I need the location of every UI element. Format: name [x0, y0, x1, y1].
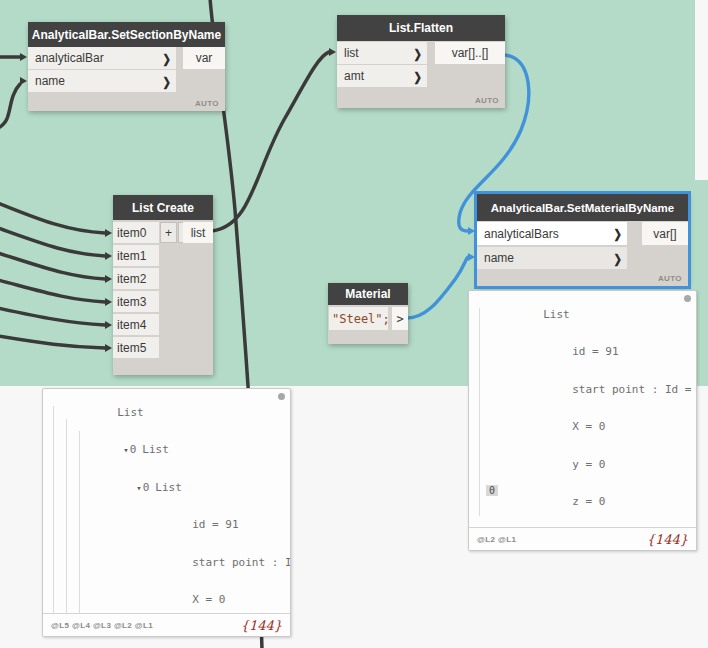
port-label: item1: [117, 249, 146, 263]
input-port-amt[interactable]: amt ❯: [337, 65, 427, 87]
output-port-var[interactable]: var[]: [642, 222, 688, 245]
level-tags[interactable]: @L2 @L1: [477, 535, 516, 544]
port-label: item4: [117, 318, 146, 332]
code-block-input[interactable]: "Steel";: [329, 307, 388, 330]
port-label: analyticalBar: [35, 51, 104, 65]
input-port-item3[interactable]: item3: [113, 291, 159, 312]
node-set-section-by-name[interactable]: AnalyticalBar.SetSectionByName analytica…: [28, 22, 225, 111]
port-label: name: [35, 74, 65, 88]
expander-icon[interactable]: ▾: [123, 445, 128, 455]
wire[interactable]: [0, 280, 105, 302]
node-title[interactable]: AnalyticalBar.SetMaterialByName: [477, 194, 688, 221]
node-title[interactable]: Material: [328, 283, 408, 305]
input-port-analyticalBar[interactable]: analyticalBar ❯: [28, 47, 176, 69]
list-item: List: [43, 394, 290, 432]
node-title[interactable]: List.Flatten: [337, 15, 505, 41]
wire-arrow: [105, 252, 112, 260]
wire-selected[interactable]: [404, 257, 468, 318]
preview-bubble-right[interactable]: List id = 91 start point : Id = 92 X = 0…: [468, 290, 697, 551]
port-label: item5: [117, 341, 146, 355]
port-label: analyticalBars: [484, 227, 559, 241]
list-item: ▾0List: [43, 469, 290, 507]
list-item: id = 91: [469, 334, 696, 372]
list-item: start point : Id = 92: [43, 544, 290, 582]
input-port-item1[interactable]: item1: [113, 245, 159, 266]
port-label: item0: [117, 226, 146, 240]
wire-arrow: [105, 344, 112, 352]
list-item: List: [469, 296, 696, 334]
input-port-item5[interactable]: item5: [113, 337, 159, 358]
input-port-name[interactable]: name ❯: [477, 247, 627, 269]
wire-arrow: [329, 48, 336, 56]
chevron-right-icon: ❯: [163, 74, 171, 87]
list-item: y = 0: [469, 446, 696, 484]
item-count: {144}: [647, 532, 688, 547]
input-port-list[interactable]: list ❯: [337, 42, 427, 64]
list-item: ▾0List: [43, 432, 290, 470]
wire-arrow: [20, 53, 27, 61]
port-label: amt: [344, 69, 364, 83]
port-label: list: [344, 46, 359, 60]
wire[interactable]: [0, 253, 105, 279]
node-title[interactable]: AnalyticalBar.SetSectionByName: [28, 22, 225, 47]
output-port[interactable]: >: [392, 307, 408, 330]
port-label: item2: [117, 272, 146, 286]
item-count: {144}: [241, 618, 282, 633]
expander-icon[interactable]: ▾: [136, 483, 141, 493]
add-input-button[interactable]: +: [161, 223, 176, 242]
wire-arrow: [105, 298, 112, 306]
lacing-label: AUTO: [195, 99, 219, 108]
input-port-analyticalBars[interactable]: analyticalBars ❯: [477, 222, 627, 245]
chevron-right-icon: ❯: [614, 251, 622, 264]
wire-arrow: [105, 229, 112, 237]
node-list-create[interactable]: List Create item0 item1 item2 item3 item…: [113, 195, 213, 375]
list-item: id = 91: [43, 507, 290, 545]
wire[interactable]: [0, 84, 20, 128]
preview-list: List id = 91 start point : Id = 92 X = 0…: [469, 291, 696, 527]
port-label: name: [484, 251, 514, 265]
wire[interactable]: [0, 336, 105, 348]
lacing-label: AUTO: [658, 274, 682, 283]
bubble-footer: @L2 @L1 {144}: [469, 527, 696, 550]
level-tags[interactable]: @L5 @L4 @L3 @L2 @L1: [51, 621, 153, 630]
wire-arrow: [20, 77, 27, 85]
list-item: X = 0: [469, 409, 696, 447]
wire-arrow: [105, 321, 112, 329]
chevron-right-icon: ❯: [614, 227, 622, 240]
node-material-code-block[interactable]: Material "Steel"; >: [328, 283, 408, 344]
wire-arrow: [105, 275, 112, 283]
output-port-list[interactable]: list: [183, 222, 213, 243]
node-list-flatten[interactable]: List.Flatten list ❯ amt ❯ var[]..[] AUTO: [337, 15, 505, 108]
input-port-name[interactable]: name ❯: [28, 70, 176, 92]
port-label: item3: [117, 295, 146, 309]
node-title[interactable]: List Create: [113, 195, 213, 220]
input-port-item4[interactable]: item4: [113, 314, 159, 335]
output-port-var[interactable]: var[]..[]: [435, 42, 505, 64]
output-port-var[interactable]: var: [183, 47, 225, 69]
list-item: X = 0: [43, 582, 290, 614]
list-item: 0z = 0: [469, 484, 696, 522]
input-port-item0[interactable]: item0: [113, 222, 159, 243]
list-item: start point : Id = 92: [469, 371, 696, 409]
preview-list: List ▾0List ▾0List id = 91 start point :…: [43, 389, 290, 613]
preview-bubble-left[interactable]: List ▾0List ▾0List id = 91 start point :…: [42, 388, 291, 637]
input-port-item2[interactable]: item2: [113, 268, 159, 289]
lacing-label: AUTO: [475, 96, 499, 105]
chevron-right-icon: ❯: [163, 51, 171, 64]
chevron-right-icon: ❯: [414, 69, 422, 82]
bubble-footer: @L5 @L4 @L3 @L2 @L1 {144}: [43, 613, 290, 636]
wire-arrow: [468, 227, 475, 235]
wire[interactable]: [0, 203, 105, 233]
wire[interactable]: [0, 308, 105, 325]
index-badge: 0: [486, 485, 498, 496]
dynamo-canvas[interactable]: AnalyticalBar.SetSectionByName analytica…: [0, 0, 708, 648]
chevron-right-icon: ❯: [414, 46, 422, 59]
node-set-material-by-name[interactable]: AnalyticalBar.SetMaterialByName analytic…: [477, 194, 688, 286]
wire[interactable]: [212, 52, 329, 231]
wire-arrow: [468, 253, 475, 261]
